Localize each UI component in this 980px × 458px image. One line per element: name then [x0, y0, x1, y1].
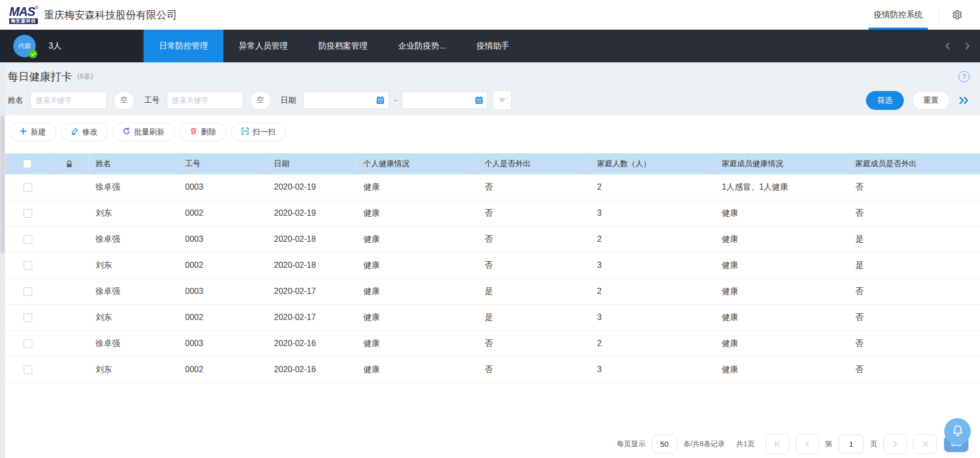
table-row[interactable]: 徐卓强00032020-02-18健康否2健康是 [5, 226, 980, 253]
edit-button-label: 修改 [82, 127, 98, 137]
row-select-cell [5, 279, 50, 304]
select-all-checkbox[interactable] [23, 159, 32, 168]
table-row[interactable]: 刘东00022020-02-17健康是3健康否 [5, 305, 980, 331]
cell-family_health: 健康 [715, 226, 849, 252]
cell-employee_id: 0003 [178, 279, 267, 304]
cell-family_health: 健康 [715, 279, 849, 304]
per-page-input[interactable] [652, 434, 677, 453]
name-clear-button[interactable]: 空 [113, 91, 134, 110]
cell-family_count: 2 [590, 226, 715, 252]
delete-button-label: 删除 [201, 127, 216, 137]
cell-name: 刘东 [89, 200, 178, 226]
edit-button[interactable]: 修改 [61, 123, 108, 141]
cell-date: 2020-02-18 [267, 253, 357, 278]
scan-button[interactable]: 扫一扫 [231, 123, 286, 141]
records-total-label: 条/共8条记录 [683, 440, 725, 449]
expand-filters-icon[interactable] [958, 95, 970, 106]
row-checkbox[interactable] [24, 235, 32, 244]
cell-employee_id: 0002 [178, 253, 267, 278]
first-page-button[interactable] [766, 434, 789, 454]
table-row[interactable]: 徐卓强00032020-02-19健康否21人感冒、1人健康否 [5, 174, 980, 200]
batch-refresh-button[interactable]: 批量刷新 [112, 123, 175, 141]
settings-gear-icon[interactable] [951, 9, 964, 21]
page-title: 每日健康打卡 [8, 70, 72, 84]
help-icon[interactable]: ? [959, 71, 970, 82]
tab-epidemic-archive[interactable]: 防疫档案管理 [303, 30, 383, 62]
table-row[interactable]: 徐卓强00032020-02-16健康否2健康否 [5, 331, 980, 357]
cell-personal_out: 是 [478, 305, 590, 330]
date-preset-dropdown[interactable] [493, 90, 511, 110]
tab-enterprise-situation[interactable]: 企业防疫势... [383, 30, 461, 62]
plus-icon [19, 127, 27, 136]
avatar[interactable]: 代霞 [13, 35, 36, 57]
tab-epidemic-assistant[interactable]: 疫情助手 [461, 30, 525, 62]
row-checkbox[interactable] [24, 287, 32, 296]
page-number-input[interactable] [838, 434, 864, 453]
row-lock-cell [50, 279, 89, 304]
tab-abnormal-personnel[interactable]: 异常人员管理 [223, 30, 303, 62]
scrollbar-thumb[interactable] [1, 116, 5, 254]
nav-scroll-left-icon[interactable] [942, 40, 953, 52]
row-lock-cell [50, 305, 89, 330]
date-end-field [402, 91, 488, 109]
cell-name: 徐卓强 [89, 331, 178, 356]
date-end-input[interactable] [402, 91, 488, 109]
filter-row: 姓名 空 工号 空 日期 - 筛选 重 [8, 90, 970, 110]
table-row[interactable]: 刘东00022020-02-19健康否3健康否 [5, 200, 980, 226]
row-checkbox[interactable] [24, 261, 32, 270]
row-select-cell [5, 357, 50, 382]
cell-family_count: 2 [590, 331, 715, 356]
cell-date: 2020-02-17 [267, 305, 357, 330]
employee-id-clear-button[interactable]: 空 [250, 91, 271, 110]
create-button-label: 新建 [31, 127, 46, 137]
row-select-cell [5, 305, 50, 330]
cell-personal_out: 是 [478, 279, 590, 304]
cell-family_out: 否 [849, 200, 980, 226]
cell-family_count: 2 [590, 174, 715, 200]
row-checkbox[interactable] [24, 339, 32, 348]
row-checkbox[interactable] [24, 209, 32, 218]
date-range-separator: - [394, 96, 397, 105]
employee-id-filter-label: 工号 [144, 96, 159, 105]
notification-bell-fab[interactable] [944, 418, 971, 445]
page-head: 每日健康打卡 (8条) ? [8, 70, 970, 84]
tab-daily-control[interactable]: 日常防控管理 [144, 30, 223, 62]
cell-name: 刘东 [89, 357, 178, 382]
date-start-input[interactable] [303, 91, 389, 109]
cell-family_count: 3 [590, 305, 715, 330]
reset-button[interactable]: 重置 [912, 91, 950, 110]
system-tab[interactable]: 疫情防控系统 [870, 0, 927, 30]
table-row[interactable]: 徐卓强00032020-02-17健康是2健康否 [5, 279, 980, 305]
employee-id-search-input[interactable] [167, 91, 243, 109]
row-checkbox[interactable] [24, 313, 32, 322]
cell-name: 徐卓强 [89, 226, 178, 252]
row-checkbox[interactable] [24, 365, 32, 374]
bell-icon [951, 424, 965, 440]
page-suffix-label: 页 [870, 440, 877, 449]
cell-family_out: 否 [849, 331, 980, 356]
create-button[interactable]: 新建 [9, 123, 56, 141]
toolbar: 新建 修改 批量刷新 删除 扫一扫 [9, 123, 286, 141]
table-row[interactable]: 刘东00022020-02-18健康否3健康是 [5, 253, 980, 279]
cell-date: 2020-02-16 [267, 331, 357, 356]
nav-tabs: 日常防控管理 异常人员管理 防疫档案管理 企业防疫势... 疫情助手 [144, 30, 525, 62]
nav-scroll-right-icon[interactable] [962, 40, 973, 52]
last-page-button[interactable] [913, 434, 937, 454]
scrollbar-track[interactable] [0, 62, 5, 458]
company-name: 重庆梅安森科技股份有限公司 [44, 8, 177, 22]
table-header: 姓名工号日期个人健康情况个人是否外出家庭人数（人）家庭成员健康情况家庭成员是否外… [5, 153, 980, 174]
cell-family_out: 否 [849, 305, 980, 330]
name-filter-label: 姓名 [8, 96, 23, 105]
filter-button[interactable]: 筛选 [866, 91, 904, 110]
row-checkbox[interactable] [24, 183, 32, 192]
total-pages-label: 共1页 [736, 440, 755, 449]
cell-name: 刘东 [89, 305, 178, 330]
cell-family_out: 否 [849, 279, 980, 304]
prev-page-button[interactable] [795, 434, 819, 454]
cell-personal_out: 否 [478, 200, 590, 226]
name-search-input[interactable] [30, 91, 107, 109]
table-row[interactable]: 刘东00022020-02-16健康否3健康否 [5, 357, 980, 383]
delete-button[interactable]: 删除 [179, 123, 226, 141]
row-select-cell [5, 226, 50, 252]
next-page-button[interactable] [883, 434, 907, 454]
